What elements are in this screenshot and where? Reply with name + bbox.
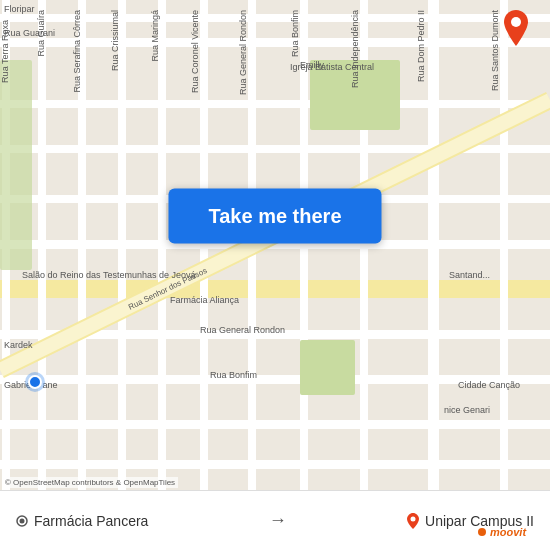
label-kardek: Kardek [4,340,33,350]
moovit-logo: moovit [478,522,538,544]
label-terra-roxa: Rua Terra Roxa [0,20,10,83]
svg-point-5 [411,516,416,521]
label-serafina: Rua Serafina Côrrea [72,10,82,93]
label-cidade-cancao: Cidade Canção [458,380,520,390]
label-rondon-h: Rua General Rondon [200,325,285,335]
label-maringa: Rua Maringá [150,10,160,62]
label-independencia: Rua Independência [350,10,360,88]
label-igreja: Igreja Batista Central [290,62,374,72]
svg-point-2 [511,17,521,27]
origin-icon [16,515,28,527]
road-v-bonfim [300,0,308,490]
origin-marker [28,375,42,389]
road-v-rondon [248,0,256,490]
road-v-coronel [200,0,208,490]
label-santos-dumont: Rua Santos Dumont [490,10,500,91]
road-v-maringá [158,0,166,490]
road-v-santos-dumont [500,0,508,490]
label-santander: Santand... [449,270,490,280]
origin-text: Farmácia Pancera [34,513,148,529]
label-salao: Salão do Reino das Testemunhas de Jeová [22,270,195,280]
map-container: Rua Senhor dos Passos Floripar Rua Guara… [0,0,550,490]
label-rondon-v: Rua General Rondon [238,10,248,95]
take-me-there-button[interactable]: Take me there [168,188,381,243]
map-attribution: © OpenStreetMap contributors & OpenMapTi… [2,477,178,488]
road-v-2 [38,0,46,490]
label-bonfim-h: Rua Bonfim [210,370,257,380]
label-coronel: Rua Coronel Vicente [190,10,200,93]
label-bonfim-v: Rua Bonfim [290,10,300,57]
road-v-dom-pedro [428,0,439,490]
label-crissiumal: Rua Crissiumal [110,10,120,71]
label-dom-pedro: Rua Dom Pedro II [416,10,426,82]
label-guaira: Rua Guaíra [36,10,46,57]
green-area-2 [300,340,355,395]
dest-pin-icon [407,513,419,529]
green-area-3 [0,60,32,270]
arrow-icon: → [269,510,287,531]
bottom-bar: Farmácia Pancera → Unipar Campus II moov… [0,490,550,550]
label-floripar: Floripar [4,4,35,14]
moovit-logo-svg: moovit [478,522,538,542]
svg-point-4 [20,518,25,523]
road-v-4 [118,0,126,490]
svg-point-6 [478,528,486,536]
label-nice: nice Genari [444,405,490,415]
destination-pin [502,10,530,46]
label-farmacia: Farmácia Aliança [170,295,239,305]
origin-label: Farmácia Pancera [16,513,148,529]
label-guarani: Rua Guarani [4,28,55,38]
svg-text:moovit: moovit [490,526,527,538]
